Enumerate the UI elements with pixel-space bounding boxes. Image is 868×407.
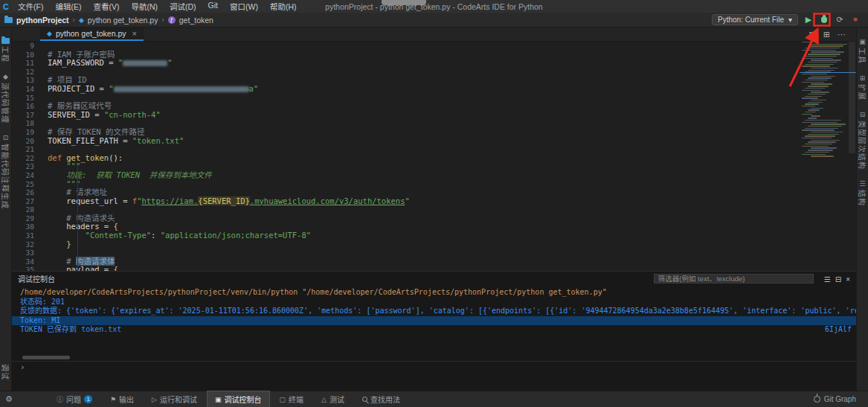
code-lines: 910# IAM 子账户密码11IAM_PASSWORD = ""1213# 项… [12,42,856,271]
code-text: request_url = f"https://iam.{SERVER_ID}.… [48,197,410,206]
console-line: /home/developer/CodeArtsProjects/pythonP… [12,288,856,298]
run-button[interactable]: ▶ [803,15,814,25]
console-line: 状态码: 201 [12,298,856,307]
panel-tab-info[interactable]: ⓘ问题1 [49,391,100,407]
code-line: 34 # 构造请求体 [12,257,856,266]
minimap-row [808,94,826,94]
line-number: 19 [12,128,37,137]
git-graph-icon [814,396,820,403]
menu-item[interactable]: 导航(N) [125,1,164,12]
close-icon[interactable]: × [132,29,137,38]
minimap-row [808,45,843,46]
menu-item[interactable]: 文件(F) [12,1,49,12]
vertical-scrollbar[interactable] [849,42,855,153]
panel-tab-search[interactable]: 查找用法 [355,391,408,407]
chevron-down-icon: ▾ [788,16,792,24]
minimap-row [805,103,819,104]
structure-icon: ☰ [859,180,865,188]
code-text: IAM_PASSWORD = "" [48,59,172,68]
breadcrumb-separator: › [73,16,75,24]
more-actions-icon[interactable]: ⋯ [838,30,846,39]
code-token: SERVER_ID [48,110,90,119]
code-token: = [104,58,118,67]
code-token: = [100,222,114,231]
panel-title: 调试控制台 [18,273,55,284]
minimap-row [811,156,834,156]
collapse-icon[interactable]: ⊟ [835,275,841,283]
console-input-row[interactable]: › [12,361,856,373]
filter-lines-icon[interactable]: ☰ [824,275,831,283]
git-graph-button[interactable]: Git Graph [814,395,868,403]
open-in-panel-icon[interactable]: ⊡ [809,30,816,39]
code-token: https://iam. [141,196,198,205]
right-activity-bar: ▣工具⊞扩展⊟类型层次结构☰结构 [856,28,868,391]
menu-item[interactable]: 查看(V) [87,1,125,12]
stop-button[interactable]: ■ [850,15,861,25]
breadcrumb-separator: › [161,16,164,24]
line-number: 18 [12,119,37,128]
panel-tab-label: 测试 [329,394,344,405]
code-token: headers [48,222,100,231]
panel-tab-terminal[interactable]: ▢终端 [272,391,312,407]
menu-item[interactable]: 窗口(W) [224,1,264,12]
minimap-row [808,70,835,71]
run-configuration-dropdown[interactable]: Python: Current File ▾ [712,14,798,25]
minimap-row [811,44,847,45]
panel-tabs: ⓘ问题1⚑输出▷运行和调试▣调试控制台▢终端△测试查找用法 [49,391,408,407]
minimap-row [805,64,834,65]
minimap[interactable] [800,42,849,183]
restart-button[interactable]: ⟳ [835,15,845,25]
sidebar-item-extensions[interactable]: ⊞扩展 [857,74,868,100]
project-folder-icon [4,17,13,23]
code-token: 构造请求体 [76,257,115,266]
menu-item[interactable]: 帮助(H) [264,1,303,12]
code-line: 22def get_token(): [12,154,856,163]
panel-header-icons: ☰⊟× [820,272,850,285]
line-number: 16 [12,102,37,111]
menu-item[interactable]: 调试(D) [164,1,202,12]
minimap-row [802,138,832,138]
panel-tab-flag[interactable]: ⚑输出 [103,391,141,407]
panel-tab-test[interactable]: △测试 [314,391,352,407]
code-token: # [48,257,76,266]
close-icon[interactable]: × [846,275,850,283]
panel-tab-label: 调试控制台 [225,394,262,405]
split-editor-icon[interactable]: ⊞ [823,30,830,39]
sidebar-item-tools[interactable]: ▣工具 [857,38,868,64]
code-token: : [151,231,161,240]
minimap-row [811,83,832,84]
line-number: 24 [12,171,37,180]
app-logo-icon: C [0,2,12,11]
test-icon: △ [321,396,327,403]
panel-tab-run[interactable]: ▷运行和调试 [144,391,205,407]
sidebar-item-bug[interactable]: 调试 [0,364,11,380]
menu-item[interactable]: 编辑(E) [49,1,87,12]
minimap-row [802,42,811,42]
console-filter-input[interactable] [654,274,814,283]
panel-tab-console[interactable]: ▣调试控制台 [208,391,269,407]
menu-item[interactable]: Git [202,1,224,12]
minimap-row [811,115,820,116]
tab-python-get-token[interactable]: ◆ python get_token.py × [40,28,144,41]
sidebar-item-comment[interactable]: ⊡智能代码注释生成 [0,134,11,209]
breadcrumb-symbol[interactable]: get_token [179,16,213,25]
code-line: 12 [12,68,856,77]
breadcrumb-project[interactable]: pythonProject [16,16,69,25]
line-number: 28 [12,205,37,214]
breadcrumb-file[interactable]: python get_token.py [88,16,158,25]
horizontal-scrollbar[interactable] [22,356,70,359]
extensions-icon: ⊞ [860,74,866,82]
sidebar-item-hierarchy[interactable]: ⊟类型层次结构 [857,111,868,170]
line-number: 33 [12,249,37,257]
sidebar-item-folder[interactable]: 工程 [0,38,11,63]
sidebar-item-label: 类型层次结构 [857,121,868,170]
sidebar-item-structure[interactable]: ☰结构 [857,180,868,206]
gear-icon[interactable]: ⚙ [0,394,18,404]
sidebar-item-diamond[interactable]: ◆源代码管理 [0,73,11,124]
debug-button[interactable] [819,15,829,25]
line-number: 30 [12,222,37,231]
minimap-row [811,76,835,77]
console-output[interactable]: /home/developer/CodeArtsProjects/pythonP… [12,285,856,373]
code-editor[interactable]: 910# IAM 子账户密码11IAM_PASSWORD = ""1213# 项… [12,42,856,271]
bottom-panel-bar: ⚙ ⓘ问题1⚑输出▷运行和调试▣调试控制台▢终端△测试查找用法 Git Grap… [0,391,868,407]
